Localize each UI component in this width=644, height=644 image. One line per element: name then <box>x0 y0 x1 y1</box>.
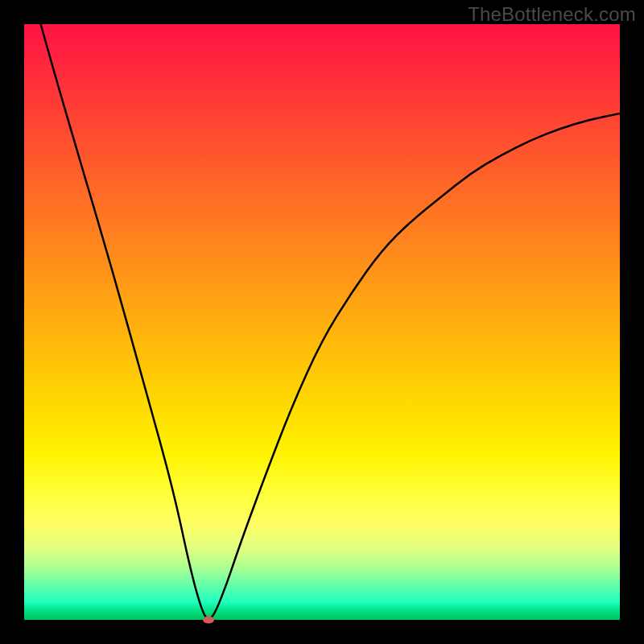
curve-svg <box>24 24 620 620</box>
plot-area <box>24 24 620 620</box>
optimum-marker <box>203 617 214 624</box>
bottleneck-curve <box>24 24 620 618</box>
watermark-text: TheBottleneck.com <box>468 3 636 26</box>
chart-container: TheBottleneck.com <box>0 0 644 644</box>
